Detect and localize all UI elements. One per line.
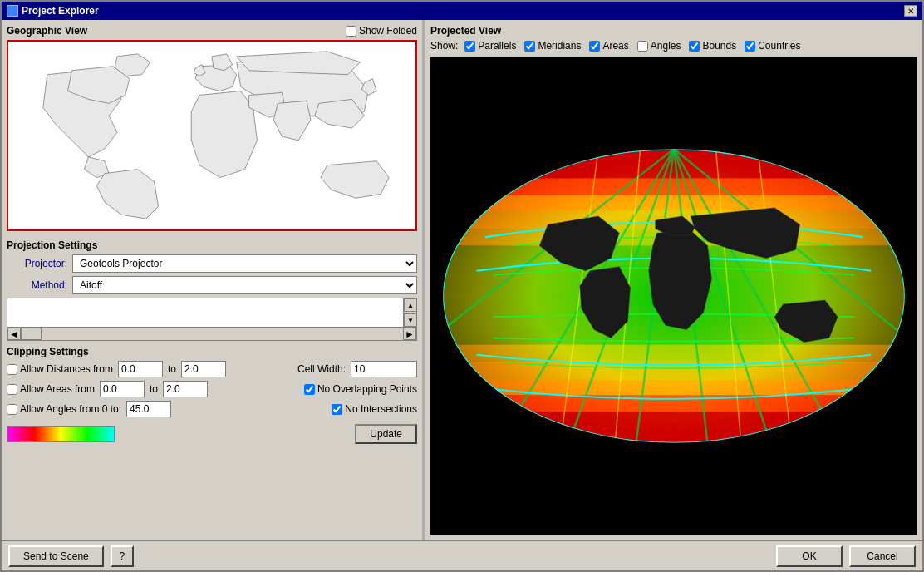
titlebar-left: Project Explorer	[7, 5, 99, 17]
projector-label: Projector:	[13, 258, 67, 269]
gradient-row: Update	[7, 424, 417, 444]
allow-angles-checkbox[interactable]	[7, 404, 17, 415]
scrollbox-content	[7, 298, 403, 327]
no-intersections-label[interactable]: No Intersections	[332, 403, 417, 415]
allow-distances-label[interactable]: Allow Distances from	[7, 363, 113, 375]
scroll-down-button[interactable]: ▼	[404, 313, 417, 327]
geo-view-header: Geographic View Show Folded	[7, 25, 417, 37]
angles-to-input[interactable]	[126, 401, 171, 417]
bounds-checkbox[interactable]	[689, 41, 700, 52]
close-button[interactable]: ✕	[904, 5, 917, 17]
left-panel: Geographic View Show Folded	[2, 20, 422, 540]
show-items: Parallels Meridians Areas Angles	[464, 40, 800, 52]
clipping-section: Clipping Settings Allow Distances from t…	[7, 346, 417, 444]
proj-settings-section: Projection Settings Projector: Geotools …	[7, 236, 417, 341]
send-to-scene-button[interactable]: Send to Scene	[8, 545, 104, 567]
no-intersections-checkbox[interactable]	[332, 404, 342, 415]
allow-areas-label[interactable]: Allow Areas from	[7, 383, 95, 395]
cell-width-input[interactable]	[351, 361, 417, 377]
clipping-title: Clipping Settings	[7, 346, 417, 358]
clipping-row-2: Allow Areas from to No Overlapping Point…	[7, 381, 417, 397]
distances-to-input[interactable]	[181, 361, 226, 377]
no-overlapping-text: No Overlapping Points	[317, 383, 417, 395]
show-folded-checkbox[interactable]	[346, 26, 356, 37]
parallels-checkbox-label[interactable]: Parallels	[464, 40, 516, 52]
areas-to-label: to	[150, 383, 158, 395]
show-label: Show:	[430, 40, 458, 52]
main-content: Geographic View Show Folded	[2, 20, 922, 540]
countries-checkbox-label[interactable]: Countries	[745, 40, 800, 52]
no-overlapping-label[interactable]: No Overlapping Points	[304, 383, 417, 395]
projected-map	[430, 57, 917, 535]
scroll-left-button[interactable]: ◄	[7, 328, 21, 340]
allow-distances-checkbox[interactable]	[7, 364, 17, 375]
proj-view-title: Projected View	[430, 25, 917, 37]
svg-rect-6	[443, 195, 905, 210]
geo-view-title: Geographic View	[7, 25, 87, 37]
meridians-label: Meridians	[538, 40, 581, 52]
hscroll-track	[21, 328, 403, 340]
scrollbox: ▲ ▼ ◄ ►	[7, 298, 417, 341]
meridians-checkbox[interactable]	[524, 41, 535, 52]
proj-settings-title: Projection Settings	[7, 239, 417, 251]
hscroll-thumb	[21, 328, 42, 340]
geo-view-section: Geographic View Show Folded	[7, 25, 417, 231]
right-panel: Projected View Show: Parallels Meridians	[425, 20, 922, 540]
allow-areas-checkbox[interactable]	[7, 384, 17, 395]
projected-map-svg	[430, 57, 917, 535]
clipping-row-1: Allow Distances from to Cell Width:	[7, 361, 417, 377]
world-map-svg	[8, 42, 415, 229]
clipping-row-3: Allow Angles from 0 to: No Intersections	[7, 401, 417, 417]
no-intersections-text: No Intersections	[345, 403, 417, 415]
show-folded-label[interactable]: Show Folded	[346, 25, 417, 37]
allow-angles-text: Allow Angles from 0 to:	[20, 403, 121, 415]
hscroll-row: ◄ ►	[7, 327, 416, 340]
ok-button[interactable]: OK	[776, 545, 843, 567]
areas-from-input[interactable]	[100, 381, 145, 397]
titlebar: Project Explorer ✕	[2, 2, 922, 20]
show-bar: Show: Parallels Meridians Areas	[430, 40, 917, 52]
show-folded-text: Show Folded	[359, 25, 417, 37]
method-select-wrapper: Aitoff	[72, 276, 417, 294]
meridians-checkbox-label[interactable]: Meridians	[524, 40, 581, 52]
geo-map-container	[7, 40, 417, 231]
bottom-left: Send to Scene ?	[8, 545, 134, 567]
update-button[interactable]: Update	[355, 424, 417, 444]
parallels-label: Parallels	[478, 40, 516, 52]
svg-rect-13	[443, 362, 905, 380]
allow-areas-text: Allow Areas from	[20, 383, 95, 395]
scroll-right-button[interactable]: ►	[403, 328, 416, 340]
bounds-label: Bounds	[702, 40, 736, 52]
app-icon	[7, 5, 18, 17]
help-button[interactable]: ?	[111, 545, 134, 567]
bounds-checkbox-label[interactable]: Bounds	[689, 40, 736, 52]
distances-from-input[interactable]	[118, 361, 163, 377]
projector-select[interactable]: Geotools Projector	[72, 254, 417, 273]
right-header: Projected View Show: Parallels Meridians	[430, 25, 917, 52]
no-overlapping-checkbox[interactable]	[304, 384, 315, 395]
areas-label: Areas	[602, 40, 628, 52]
countries-label: Countries	[758, 40, 800, 52]
angles-checkbox[interactable]	[637, 41, 648, 52]
main-window: Project Explorer ✕ Geographic View Show …	[0, 0, 924, 572]
gradient-bar	[7, 426, 115, 442]
bottom-bar: Send to Scene ? OK Cancel	[2, 540, 922, 570]
areas-checkbox-label[interactable]: Areas	[589, 40, 628, 52]
svg-rect-7	[443, 380, 905, 395]
allow-angles-label[interactable]: Allow Angles from 0 to:	[7, 403, 121, 415]
parallels-checkbox[interactable]	[464, 41, 475, 52]
method-select[interactable]: Aitoff	[72, 276, 417, 294]
areas-to-input[interactable]	[163, 381, 208, 397]
method-label: Method:	[13, 279, 67, 291]
cancel-button[interactable]: Cancel	[849, 545, 916, 567]
projector-row: Projector: Geotools Projector	[13, 254, 417, 273]
scrollbox-vscroll: ▲ ▼	[403, 298, 416, 327]
method-row: Method: Aitoff	[13, 276, 417, 294]
angles-checkbox-label[interactable]: Angles	[637, 40, 681, 52]
cell-width-label: Cell Width:	[297, 363, 346, 375]
countries-checkbox[interactable]	[745, 41, 755, 52]
projector-select-wrapper: Geotools Projector	[72, 254, 417, 273]
scrollbox-body: ▲ ▼	[7, 298, 416, 327]
scroll-up-button[interactable]: ▲	[404, 298, 417, 312]
areas-checkbox[interactable]	[589, 41, 600, 52]
